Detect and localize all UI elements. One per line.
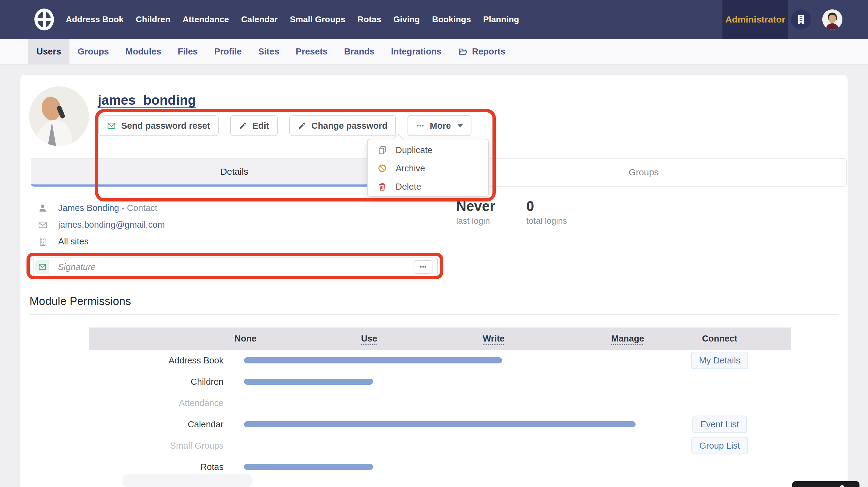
tab-brands[interactable]: Brands <box>336 39 383 64</box>
contact-type-label: - Contact <box>122 203 157 213</box>
page: Address Book Children Attendance Calenda… <box>0 0 868 487</box>
permission-slider[interactable] <box>244 357 502 363</box>
nav-calendar[interactable]: Calendar <box>241 14 278 24</box>
chevron-down-icon <box>458 124 463 128</box>
menu-item-delete[interactable]: Delete <box>368 177 488 196</box>
total-logins-stat: 0 total logins <box>526 199 567 226</box>
nav-giving[interactable]: Giving <box>394 14 420 24</box>
administrator-menu[interactable]: Administrator <box>722 0 788 39</box>
email-link[interactable]: james.bonding@gmail.com <box>58 220 165 230</box>
last-login-stat: Never last login <box>456 199 495 226</box>
more-button[interactable]: More <box>407 116 471 136</box>
archive-icon <box>377 163 387 173</box>
tab-integrations[interactable]: Integrations <box>383 39 450 64</box>
nav-children[interactable]: Children <box>136 14 170 24</box>
user-avatar[interactable] <box>822 9 842 30</box>
permission-row: Calendar Event List <box>30 414 848 435</box>
tab-modules-label: Modules <box>125 46 161 57</box>
churchsuite-logo-icon[interactable] <box>34 8 54 30</box>
column-use: Use <box>361 327 377 350</box>
groups-tab[interactable]: Groups <box>440 158 847 187</box>
chat-widget[interactable] <box>792 481 860 487</box>
connect-button[interactable]: Event List <box>692 416 747 433</box>
tab-presets-label: Presets <box>296 46 328 57</box>
column-none: None <box>235 327 257 350</box>
permission-slider[interactable] <box>244 421 636 427</box>
permission-slider[interactable] <box>244 379 373 385</box>
page-title: james_bonding <box>98 93 196 108</box>
module-label: Children <box>30 377 223 387</box>
send-password-reset-button[interactable]: Send password reset <box>98 116 219 136</box>
folder-open-icon <box>458 46 468 56</box>
signature-field[interactable]: Signature <box>33 258 438 277</box>
duplicate-icon <box>377 145 387 155</box>
menu-item-archive[interactable]: Archive <box>368 159 488 177</box>
tab-files-label: Files <box>178 46 198 57</box>
module-label: Attendance <box>30 398 223 408</box>
profile-photo <box>29 87 89 146</box>
menu-item-duplicate-label: Duplicate <box>396 145 432 155</box>
permission-row: Address Book My Details <box>30 350 848 371</box>
nav-address-book[interactable]: Address Book <box>66 14 124 24</box>
tab-groups[interactable]: Groups <box>69 39 117 64</box>
permission-slider[interactable] <box>244 464 373 470</box>
module-label: Calendar <box>30 419 223 429</box>
organisation-button[interactable] <box>791 9 811 30</box>
user-detail-card: james_bonding Send password reset Edit C… <box>20 74 848 487</box>
admin-subnav: Users Groups Modules Files Profile Sites… <box>0 39 868 65</box>
tab-reports[interactable]: Reports <box>450 39 514 64</box>
tab-modules[interactable]: Modules <box>117 39 169 64</box>
permission-row: Children <box>30 371 848 392</box>
edit-button[interactable]: Edit <box>230 116 278 136</box>
signature-mail-icon <box>35 260 49 274</box>
tab-brands-label: Brands <box>344 46 375 57</box>
tab-reports-label: Reports <box>472 46 505 57</box>
person-icon <box>36 203 50 213</box>
linked-contact-link[interactable]: James Bonding <box>58 203 119 213</box>
tab-users[interactable]: Users <box>28 39 69 64</box>
connect-button[interactable]: Group List <box>691 437 748 454</box>
nav-rotas[interactable]: Rotas <box>358 14 381 24</box>
table-header-background <box>89 327 791 350</box>
tab-profile[interactable]: Profile <box>206 39 250 64</box>
more-label: More <box>430 121 451 131</box>
pencil-icon <box>239 122 247 130</box>
signature-options-button[interactable] <box>413 260 432 273</box>
module-permissions-heading: Module Permissions <box>30 295 131 308</box>
change-password-button[interactable]: Change password <box>289 116 396 136</box>
email-row: james.bonding@gmail.com <box>36 217 165 233</box>
total-logins-value: 0 <box>526 199 567 213</box>
linked-contact-row: James Bonding - Contact <box>36 200 165 217</box>
last-login-value: Never <box>456 199 495 213</box>
menu-item-delete-label: Delete <box>396 182 421 192</box>
column-write: Write <box>483 327 505 350</box>
menu-item-archive-label: Archive <box>396 163 425 173</box>
ellipsis-icon <box>416 122 425 130</box>
tab-presets[interactable]: Presets <box>287 39 336 64</box>
column-connect: Connect <box>702 327 737 350</box>
top-navigation-bar: Address Book Children Attendance Calenda… <box>0 0 868 39</box>
building-icon <box>796 14 806 25</box>
last-login-label: last login <box>456 216 495 226</box>
more-dropdown-menu: Duplicate Archive Delete <box>367 139 489 197</box>
hover-highlight <box>122 474 253 487</box>
nav-planning[interactable]: Planning <box>483 14 519 24</box>
module-nav: Address Book Children Attendance Calenda… <box>66 14 519 24</box>
module-label: Rotas <box>30 462 223 472</box>
tab-integrations-label: Integrations <box>391 46 442 57</box>
module-label: Small Groups <box>30 441 223 451</box>
send-password-reset-label: Send password reset <box>121 121 210 131</box>
nav-attendance[interactable]: Attendance <box>182 14 229 24</box>
total-logins-label: total logins <box>526 216 567 226</box>
nav-bookings[interactable]: Bookings <box>432 14 471 24</box>
tab-sites[interactable]: Sites <box>250 39 287 64</box>
menu-item-duplicate[interactable]: Duplicate <box>368 141 488 159</box>
nav-small-groups[interactable]: Small Groups <box>290 14 345 24</box>
building-icon <box>36 237 50 247</box>
tab-files[interactable]: Files <box>169 39 206 64</box>
permission-rows: Address Book My Details Children Attenda… <box>30 350 848 487</box>
module-label: Address Book <box>30 356 223 365</box>
action-button-row: Send password reset Edit Change password… <box>98 116 471 136</box>
connect-button[interactable]: My Details <box>691 352 748 369</box>
tab-groups-label: Groups <box>78 46 109 57</box>
